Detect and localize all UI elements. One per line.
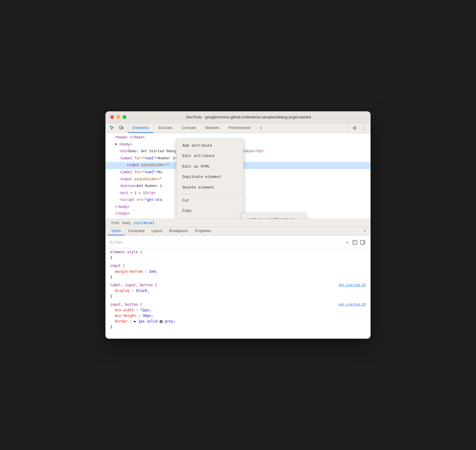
input-margin-prop: margin-bottom : 1em; <box>110 269 366 274</box>
minimize-button[interactable] <box>116 115 120 119</box>
maximize-button[interactable] <box>123 115 126 119</box>
lower-tabs: Styles Computed Layout Breakpoints Prope… <box>105 227 371 236</box>
toolbar-right-icons: ⚙ ⋮ <box>348 123 371 133</box>
lib-selector-line: get-started:34 label, input, button { <box>110 282 366 288</box>
tab-layout[interactable]: Layout <box>148 227 166 235</box>
element-style-close: } <box>110 255 366 261</box>
context-menu: Add attribute Edit attribute Edit as HTM… <box>176 139 244 219</box>
lib-rule-close: } <box>110 294 366 299</box>
color-swatch[interactable] <box>160 320 163 323</box>
add-style-icon[interactable]: + <box>344 239 351 246</box>
window-title: DevTools - googlechrome.github.io/devtoo… <box>131 115 366 119</box>
element-style-selector: element.style { <box>110 249 366 255</box>
svg-rect-3 <box>354 241 355 243</box>
lib-display-prop: display : block; <box>110 288 366 294</box>
filter-icons: + <box>344 239 366 246</box>
ib-rule-close: } <box>110 324 366 330</box>
style-rule-label-input-button: get-started:34 label, input, button { di… <box>105 281 371 301</box>
toolbar-tabs: Elements Sources Console Network Perform… <box>128 123 348 133</box>
svg-rect-5 <box>363 240 365 244</box>
breadcrumb: html body input#num1 <box>105 219 371 227</box>
tab-console[interactable]: Console <box>177 123 201 133</box>
ib-border-prop: border : ▶ 1px solid grey; <box>110 319 366 324</box>
element-style-icon[interactable] <box>352 239 358 246</box>
menu-paste: Paste <box>176 216 243 219</box>
close-button[interactable] <box>110 115 114 119</box>
toggle-sidebar-icon[interactable] <box>359 239 366 246</box>
filter-label: Filter <box>110 240 123 244</box>
tab-performance[interactable]: Performance <box>224 123 255 133</box>
tab-sources[interactable]: Sources <box>153 123 177 133</box>
breadcrumb-input[interactable]: input#num1 <box>132 220 156 226</box>
input-rule-close: } <box>110 274 366 280</box>
tab-computed[interactable]: Computed <box>125 227 148 235</box>
style-source-34[interactable]: get-started:34 <box>338 282 366 288</box>
title-bar: DevTools - googlechrome.github.io/devtoo… <box>105 111 371 123</box>
menu-duplicate-element[interactable]: Duplicate element <box>176 172 243 182</box>
menu-edit-as-html[interactable]: Edit as HTML <box>176 161 243 172</box>
tab-elements[interactable]: Elements <box>128 123 153 133</box>
style-source-29[interactable]: get-started:29 <box>338 302 366 307</box>
tab-network[interactable]: Network <box>201 123 224 133</box>
breadcrumb-html[interactable]: html <box>110 220 121 226</box>
break-on-submenu: subtree modifications attribute modifica… <box>241 213 306 219</box>
breadcrumb-body[interactable]: body <box>121 220 132 226</box>
tab-properties[interactable]: Properties <box>191 227 214 235</box>
copy-arrow-icon: › <box>236 208 238 214</box>
svg-rect-1 <box>122 127 123 129</box>
style-rule-input-button: get-started:29 input, button { min-width… <box>105 301 371 331</box>
menu-edit-attribute[interactable]: Edit attribute <box>176 151 243 161</box>
submenu-subtree-mods[interactable]: subtree modifications <box>242 214 306 219</box>
devtools-toolbar: Elements Sources Console Network Perform… <box>105 123 371 133</box>
traffic-lights <box>110 115 126 119</box>
dom-panel: <head> </head> ▼ <body> <h1>Demo: Get St… <box>105 133 371 219</box>
toolbar-icon-group <box>105 123 128 133</box>
devtools-window: DevTools - googlechrome.github.io/devtoo… <box>105 111 371 339</box>
styles-panel: Filter + elemen <box>105 236 371 339</box>
svg-rect-0 <box>120 126 122 129</box>
menu-separator-1 <box>176 194 243 194</box>
settings-icon[interactable]: ⚙ <box>351 124 359 132</box>
menu-add-attribute[interactable]: Add attribute <box>176 140 243 151</box>
filter-bar: Filter + <box>105 238 371 248</box>
tab-more-lower[interactable]: » <box>361 227 368 235</box>
menu-delete-element[interactable]: Delete element <box>176 182 243 193</box>
tab-styles[interactable]: Styles <box>108 227 125 235</box>
ib-min-width-prop: min-width : 72px; <box>110 307 366 313</box>
input-selector-line: input { <box>110 263 366 269</box>
tab-more[interactable]: » <box>255 123 267 133</box>
ib-selector-line: get-started:29 input, button { <box>110 302 366 307</box>
device-toolbar-icon[interactable] <box>117 124 125 132</box>
tab-breakpoints[interactable]: Breakpoints <box>166 227 191 235</box>
style-rule-element: element.style { } <box>105 248 371 262</box>
style-rule-input: input { margin-bottom : 1em; } <box>105 262 371 281</box>
menu-cut[interactable]: Cut <box>176 195 243 206</box>
ib-min-height-prop: min-height : 36px; <box>110 313 366 319</box>
menu-copy[interactable]: Copy › <box>176 206 243 216</box>
more-options-icon[interactable]: ⋮ <box>360 124 368 132</box>
select-element-icon[interactable] <box>108 124 116 132</box>
